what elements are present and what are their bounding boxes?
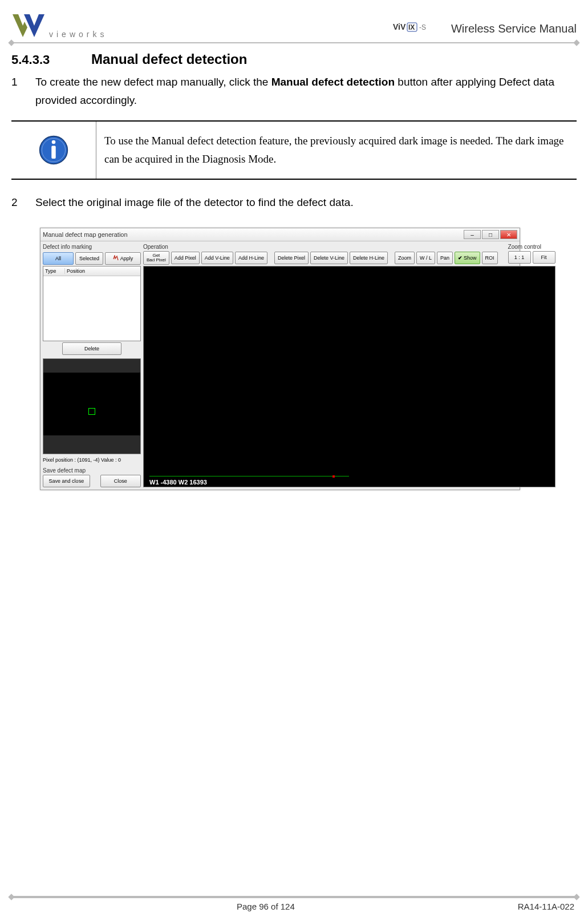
page-header: vieworks ViV IX -S Wireless Service Manu… [11,11,577,40]
section-number: 5.4.3.3 [11,52,91,67]
vieworks-logo-icon [11,11,46,40]
info-text: To use the Manual defect detection featu… [96,122,577,179]
defect-list-header: Type Position [43,266,140,276]
apply-button[interactable]: Apply [105,252,141,265]
section-title: Manual defect detection [91,51,247,67]
preview-thumbnail[interactable] [43,358,141,454]
header-divider [11,42,577,43]
save-and-close-button[interactable]: Save and close [43,475,90,487]
roi-marker-icon [88,408,95,415]
header-right: ViV IX -S Wireless Service Manual [393,17,577,40]
vivix-logo: ViV IX -S [393,17,444,40]
check-icon: ✔ [458,255,463,261]
viewer-readout: W1 -4380 W2 16393 [149,479,207,486]
add-hline-button[interactable]: Add H-Line [235,252,267,264]
wl-button[interactable]: W / L [416,252,435,264]
save-defect-map-label: Save defect map [43,467,141,474]
document-title: Wireless Service Manual [451,22,577,35]
step-1: 1 To create the new defect map manually,… [11,73,577,110]
left-panel: Defect info marking All Selected Apply [43,244,141,487]
pan-button[interactable]: Pan [437,252,453,264]
get-bad-pixel-button[interactable]: Get Bad Pixel [143,251,169,265]
delete-button[interactable]: Delete [62,342,121,355]
delete-pixel-button[interactable]: Delete Pixel [274,252,309,264]
zoom-control-label: Zoom control [508,244,555,250]
delete-hline-button[interactable]: Delete H-Line [350,252,388,264]
svg-point-6 [52,140,56,144]
maximize-button[interactable]: □ [482,230,499,239]
page-footer: Page 96 of 124 RA14-11A-022 [11,898,577,911]
svg-rect-7 [51,146,55,158]
step-1-text: To create the new defect map manually, c… [35,73,577,110]
delete-vline-button[interactable]: Delete V-Line [310,252,348,264]
step-2-number: 2 [11,193,35,212]
add-pixel-button[interactable]: Add Pixel [171,252,200,264]
save-defect-map-panel: Save defect map Save and close Close [43,467,141,487]
fit-button[interactable]: Fit [533,251,555,264]
step-2-text: Select the original image file of the de… [35,193,577,212]
operation-label: Operation [143,244,498,250]
vieworks-logo-text: vieworks [49,30,107,39]
show-button[interactable]: ✔ Show [455,252,480,264]
close-button[interactable]: Close [100,475,141,487]
screenshot: Manual defect map generation – □ ✕ Defec… [40,228,577,490]
zoom-button[interactable]: Zoom [395,252,415,264]
step-2: 2 Select the original image file of the … [11,193,577,212]
toolbar: Operation Get Bad Pixel Add Pixel Add V-… [143,244,555,265]
close-window-button[interactable]: ✕ [500,230,517,239]
titlebar[interactable]: Manual defect map generation – □ ✕ [40,228,520,241]
section-heading: 5.4.3.3 Manual defect detection [11,51,577,67]
defect-list[interactable]: Type Position [43,266,141,341]
svg-text:ViV: ViV [393,22,406,31]
minimize-button[interactable]: – [464,230,481,239]
info-icon [11,122,96,179]
zoom-control-section: Zoom control 1 : 1 Fit [508,244,555,264]
image-viewer[interactable]: W1 -4380 W2 16393 [143,266,555,487]
one-to-one-button[interactable]: 1 : 1 [508,251,531,264]
window-title: Manual defect map generation [43,231,464,238]
vieworks-logo: vieworks [11,11,107,40]
app-window: Manual defect map generation – □ ✕ Defec… [40,228,520,490]
step-1-number: 1 [11,73,35,110]
roi-button[interactable]: ROI [482,252,498,264]
info-box: To use the Manual defect detection featu… [11,120,577,180]
right-panel: Operation Get Bad Pixel Add Pixel Add V-… [143,244,555,487]
operation-section: Operation Get Bad Pixel Add Pixel Add V-… [143,244,498,265]
apply-icon [113,255,119,262]
col-position: Position [65,268,140,274]
svg-text:IX: IX [408,23,415,31]
add-vline-button[interactable]: Add V-Line [201,252,233,264]
cursor-marker-icon [332,475,335,478]
svg-text:-S: -S [419,23,426,31]
footer-divider [11,896,577,898]
col-type: Type [43,268,65,274]
defect-info-marking-label: Defect info marking [43,244,141,250]
selected-button[interactable]: Selected [75,252,103,265]
scan-line-icon [149,476,349,476]
pixel-status: Pixel position : (1091, -4) Value : 0 [43,457,141,463]
page-number: Page 96 of 124 [237,902,295,911]
all-button[interactable]: All [43,252,74,265]
document-id: RA14-11A-022 [518,902,574,911]
